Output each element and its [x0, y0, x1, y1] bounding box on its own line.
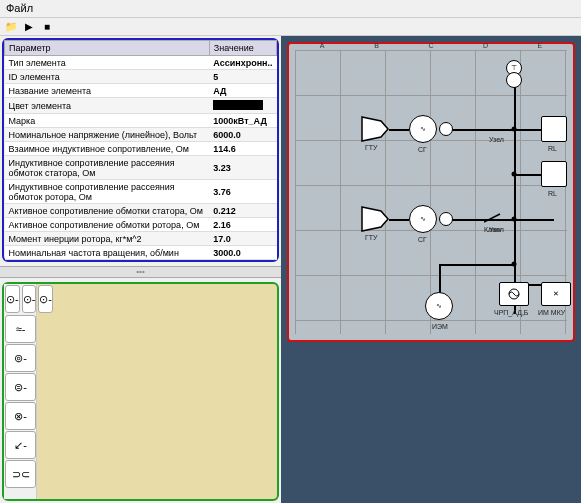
node-switch[interactable]: Ключ	[484, 212, 504, 228]
palette-button[interactable]: ≈-	[5, 315, 36, 343]
node-conn-2[interactable]	[439, 212, 453, 226]
table-row[interactable]: Взаимное индуктивное сопротивление, Ом11…	[5, 142, 277, 156]
param-cell: Активное сопротивление обмотки статора, …	[5, 204, 210, 218]
svg-marker-0	[362, 117, 388, 141]
properties-table: Параметр Значение Тип элементаАссинхронн…	[4, 40, 277, 260]
node-conn-1[interactable]	[439, 122, 453, 136]
col-param[interactable]: Параметр	[5, 41, 210, 56]
svg-line-2	[484, 214, 500, 222]
col-header: E	[513, 42, 567, 49]
schematic-canvas[interactable]: ABCDE ⊤ ГТУ	[287, 42, 575, 342]
table-row[interactable]: Тип элементаАссинхронн..	[5, 56, 277, 70]
value-cell[interactable]: 114.6	[209, 142, 276, 156]
value-cell[interactable]: 3.76	[209, 180, 276, 204]
splitter[interactable]: •••	[0, 266, 281, 278]
table-row[interactable]: Индуктивное сопротивление рассеяния обмо…	[5, 156, 277, 180]
node-sg-2[interactable]: ∿СГ	[409, 205, 437, 233]
node-chrp[interactable]: ЧРП_АД,Б	[499, 282, 529, 306]
table-row[interactable]: Название элементаАД	[5, 84, 277, 98]
value-cell[interactable]: 0.212	[209, 204, 276, 218]
node-rl-2[interactable]: RL	[541, 161, 567, 187]
node-im-mku[interactable]: ✕ИМ МКУ	[541, 282, 571, 306]
palette-panel: ⊙-⊙-⊙- ≈-⊚-⊜-⊗-↙-⊃⊂	[2, 282, 279, 501]
col-header: B	[349, 42, 403, 49]
value-cell[interactable]: 3000.0	[209, 246, 276, 260]
param-cell: ID элемента	[5, 70, 210, 84]
palette-button[interactable]: ⊃⊂	[5, 460, 36, 488]
value-cell[interactable]: Ассинхронн..	[209, 56, 276, 70]
folder-icon[interactable]: 📁	[4, 20, 18, 34]
param-cell: Цвет элемента	[5, 98, 210, 114]
node-sg-1[interactable]: ∿СГ	[409, 115, 437, 143]
param-cell: Название элемента	[5, 84, 210, 98]
value-cell[interactable]: 6000.0	[209, 128, 276, 142]
table-row[interactable]: Номинальная частота вращения, об/мин3000…	[5, 246, 277, 260]
color-swatch[interactable]	[213, 100, 263, 110]
table-row[interactable]: Активное сопротивление обмотки ротора, О…	[5, 218, 277, 232]
palette-button[interactable]: ↙-	[5, 431, 36, 459]
properties-panel: Параметр Значение Тип элементаАссинхронн…	[2, 38, 279, 262]
value-cell[interactable]: 3.23	[209, 156, 276, 180]
col-header: A	[295, 42, 349, 49]
param-cell: Марка	[5, 114, 210, 128]
param-cell: Номинальная частота вращения, об/мин	[5, 246, 210, 260]
param-cell: Индуктивное сопротивление рассеяния обмо…	[5, 156, 210, 180]
table-row[interactable]: Момент инерции ротора, кг*м^217.0	[5, 232, 277, 246]
menu-file[interactable]: Файл	[6, 2, 33, 14]
node-gtu-1[interactable]: ГТУ	[361, 116, 389, 142]
value-cell[interactable]	[209, 98, 276, 114]
value-cell[interactable]: 2.16	[209, 218, 276, 232]
value-cell[interactable]: 5	[209, 70, 276, 84]
param-cell: Тип элемента	[5, 56, 210, 70]
value-cell[interactable]: АД	[209, 84, 276, 98]
table-row[interactable]: Номинальное напряжение (линейное), Вольт…	[5, 128, 277, 142]
node-rl-1[interactable]: RL	[541, 116, 567, 142]
palette-button[interactable]: ⊙-	[38, 285, 53, 313]
col-header: D	[458, 42, 512, 49]
table-row[interactable]: ID элемента5	[5, 70, 277, 84]
param-cell: Взаимное индуктивное сопротивление, Ом	[5, 142, 210, 156]
play-icon[interactable]: ▶	[22, 20, 36, 34]
node-gtu-2[interactable]: ГТУ	[361, 206, 389, 232]
table-row[interactable]: Индуктивное сопротивление рассеяния обмо…	[5, 180, 277, 204]
col-value[interactable]: Значение	[209, 41, 276, 56]
palette-button[interactable]: ⊙-	[22, 285, 37, 313]
col-header: C	[404, 42, 458, 49]
svg-marker-1	[362, 207, 388, 231]
table-row[interactable]: Цвет элемента	[5, 98, 277, 114]
param-cell: Момент инерции ротора, кг*м^2	[5, 232, 210, 246]
value-cell[interactable]: 1000кВт_АД	[209, 114, 276, 128]
stop-icon[interactable]: ■	[40, 20, 54, 34]
palette-button[interactable]: ⊗-	[5, 402, 36, 430]
palette-button[interactable]: ⊜-	[5, 373, 36, 401]
table-row[interactable]: Активное сопротивление обмотки статора, …	[5, 204, 277, 218]
param-cell: Номинальное напряжение (линейное), Вольт	[5, 128, 210, 142]
param-cell: Активное сопротивление обмотки ротора, О…	[5, 218, 210, 232]
table-row[interactable]: Марка1000кВт_АД	[5, 114, 277, 128]
palette-button[interactable]: ⊚-	[5, 344, 36, 372]
node-transformer-bot[interactable]	[506, 72, 522, 88]
node-iem[interactable]: ∿ИЭМ	[425, 292, 453, 320]
palette-button[interactable]: ⊙-	[5, 285, 20, 313]
value-cell[interactable]: 17.0	[209, 232, 276, 246]
param-cell: Индуктивное сопротивление рассеяния обмо…	[5, 180, 210, 204]
label-uzel-1: Узел	[489, 136, 504, 143]
